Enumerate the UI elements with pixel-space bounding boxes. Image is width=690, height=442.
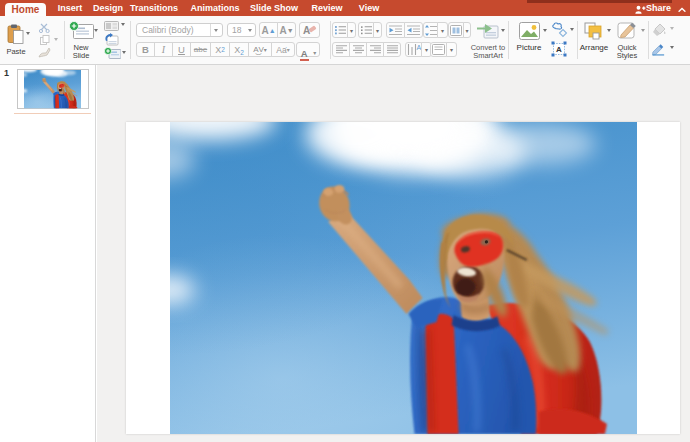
- svg-text:A: A: [416, 44, 421, 51]
- svg-text:A: A: [556, 45, 562, 54]
